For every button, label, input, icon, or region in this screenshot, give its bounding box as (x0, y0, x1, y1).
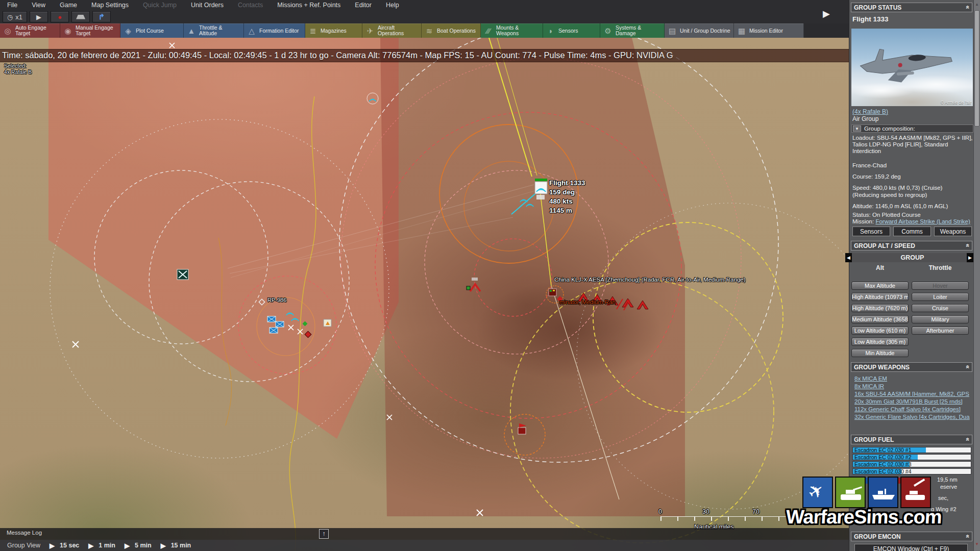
group-prev-arrow[interactable]: ◀ (845, 253, 852, 262)
unit-type-link[interactable]: (4x Rafale B) (852, 108, 888, 115)
menu-missions-ref-points[interactable]: Missions + Ref. Points (270, 1, 348, 10)
refpoint-label: RP-986 (267, 297, 286, 303)
collapse-chevron-icon[interactable]: « (965, 438, 972, 441)
group-selector-bar: GROUP (851, 253, 973, 262)
camera-view-button[interactable] (71, 11, 90, 22)
weapons-panel-button[interactable]: Weapons (934, 227, 972, 236)
group-next-arrow[interactable]: ▶ (967, 253, 973, 262)
scale-tick-0: 0 (658, 508, 662, 515)
manual-engage-target-button[interactable]: ◉Manual Engage Target (60, 23, 120, 38)
dropdown-arrow-icon[interactable]: ▼ (853, 126, 861, 132)
weapon-link[interactable]: 20x 30mm Giat 30/M791B Burst [25 rnds] (854, 398, 963, 405)
mission-editor-button[interactable]: ▦Mission Editor (734, 23, 804, 38)
boat-operations-button[interactable]: ≋Boat Operations (422, 23, 481, 38)
unit-group-doctrine-button[interactable]: ▤Unit / Group Doctrine (665, 23, 734, 38)
collapse-chevron-icon[interactable]: « (965, 365, 972, 369)
max-altitude-button[interactable]: Max Altitude (851, 282, 909, 290)
emcon-window-button[interactable]: EMCON Window (Ctrl + F9) (854, 544, 968, 551)
min-altitude-button[interactable]: Min Altitude (851, 349, 909, 357)
up-arrow-icon: ↑ (323, 530, 326, 537)
sensors-panel-button[interactable]: Sensors (852, 227, 890, 236)
sensors-icon: ◗ (546, 28, 555, 34)
gear-icon: ⚙ (603, 28, 612, 34)
systems-damage-button[interactable]: ⚙Systems & Damage (600, 23, 665, 38)
aircraft-operations-button[interactable]: ✈Aircraft Operations (362, 23, 422, 38)
low-altitude-305-button[interactable]: Low Altitude (305 m) (851, 338, 909, 346)
weapon-link[interactable]: 8x MICA EM (854, 375, 887, 382)
collapse-chevron-icon[interactable]: « (965, 535, 972, 538)
record-button[interactable]: ● (51, 11, 69, 22)
formation-editor-button[interactable]: △Formation Editor (244, 23, 305, 38)
weapon-link[interactable]: 112x Generic Chaff Salvo [4x Cartridges] (854, 406, 961, 412)
collapse-chevron-icon[interactable]: « (965, 244, 972, 247)
military-throttle-button[interactable]: Military (912, 315, 969, 323)
app-window: File View Game Map Settings Quick Jump U… (0, 0, 980, 551)
menu-map-settings[interactable]: Map Settings (84, 1, 136, 10)
high-altitude-10973-button[interactable]: High Altitude (10973 m (851, 293, 909, 301)
play-button[interactable]: ▶ (30, 11, 48, 22)
sidebar-expand-arrow[interactable]: ▶ (823, 8, 830, 19)
step-5min-icon[interactable]: ▶ (125, 542, 130, 549)
fuel-row[interactable]: Escadron EC 02.030 #3 (852, 461, 971, 467)
fuel-row[interactable]: Escadron EC 02.030 #2 (852, 454, 971, 460)
low-altitude-610-button[interactable]: Low Altitude (610 m) (851, 327, 909, 335)
map-canvas[interactable] (0, 38, 849, 551)
side-label: France-Chad (852, 162, 887, 168)
mounts-weapons-button[interactable]: ∕∕∕Mounts & Weapons (481, 23, 543, 38)
plot-course-button[interactable]: ◈Plot Course (120, 23, 184, 38)
time-compression-button[interactable]: ◷ x1 (3, 11, 27, 22)
scrollbar-thumb[interactable] (974, 10, 979, 127)
collapse-chevron-icon[interactable]: « (965, 6, 972, 9)
comms-panel-button[interactable]: Comms (893, 227, 931, 236)
menu-unit-orders[interactable]: Unit Orders (184, 1, 231, 10)
menu-view[interactable]: View (24, 1, 53, 10)
loiter-throttle-button[interactable]: Loiter (912, 293, 969, 301)
group-alt-speed-header[interactable]: « GROUP ALT / SPEED (851, 241, 972, 251)
alt-column-label: Alt (851, 264, 909, 271)
step-15sec-icon[interactable]: ▶ (50, 542, 55, 549)
unit-friendly-installation[interactable] (177, 269, 188, 280)
auto-engage-target-button[interactable]: ◎Auto Engage Target (0, 23, 60, 38)
auto-engage-icon: ◎ (3, 28, 12, 34)
menu-editor[interactable]: Editor (348, 1, 379, 10)
message-log-label: Message Log (7, 530, 42, 536)
weapon-link[interactable]: 8x MICA IR (854, 383, 884, 389)
speed-label: Speed: 480,0 kts (M 0,73) (Cruise) (852, 185, 942, 191)
main-toolbar: ◎Auto Engage Target ◉Manual Engage Targe… (0, 23, 849, 38)
magazines-button[interactable]: ≣Magazines (305, 23, 362, 38)
map-viewport[interactable]: Time: sábado, 20 de febrero de 2021 - Zu… (0, 38, 849, 551)
weapon-link[interactable]: 32x Generic Flare Salvo [4x Cartridges, … (854, 414, 970, 420)
group-fuel-header[interactable]: « GROUP FUEL (851, 435, 972, 444)
weapon-link[interactable]: 16x SBU-54 AASM/M [Hammer, Mk82, GPS (854, 391, 969, 397)
group-weapons-header[interactable]: « GROUP WEAPONS (851, 362, 972, 372)
step-1min-icon[interactable]: ▶ (88, 542, 93, 549)
group-composition-bar[interactable]: ▼ Group composition: (851, 124, 973, 133)
jump-button[interactable]: ↱ (92, 11, 111, 22)
expand-log-button[interactable]: ↑ (319, 529, 329, 539)
mission-link[interactable]: Forward Airbase Strike (Land Strike) (875, 218, 970, 224)
throttle-column-label: Throttle (912, 264, 969, 271)
menu-bar: File View Game Map Settings Quick Jump U… (0, 0, 849, 10)
step-15sec-label[interactable]: 15 sec (60, 542, 79, 549)
sidebar-scrollbar[interactable]: ▲ ▼ (973, 0, 980, 551)
step-15min-label[interactable]: 15 min (171, 542, 191, 549)
cruise-throttle-button[interactable]: Cruise (912, 304, 969, 312)
throttle-altitude-button[interactable]: ▲Throttle & Altitude (184, 23, 244, 38)
menu-game[interactable]: Game (53, 1, 84, 10)
group-status-header[interactable]: « GROUP STATUS (851, 3, 972, 12)
menu-help[interactable]: Help (379, 1, 406, 10)
medium-altitude-button[interactable]: Medium Altitude (3658 (851, 315, 909, 323)
menu-file[interactable]: File (0, 1, 24, 10)
course-label: Course: 159,2 deg (852, 173, 901, 180)
sensors-button[interactable]: ◗Sensors (543, 23, 600, 38)
step-15min-icon[interactable]: ▶ (161, 542, 166, 549)
step-5min-label[interactable]: 5 min (135, 542, 152, 549)
scroll-up-icon[interactable]: ▲ (975, 2, 979, 7)
sidebar-flight-title: Flight 1333 (852, 15, 889, 23)
high-altitude-7620-button[interactable]: High Altitude (7620 m) (851, 304, 909, 312)
fuel-row[interactable]: Escadron EC 02.030 #1 (852, 447, 971, 453)
step-1min-label[interactable]: 1 min (99, 542, 115, 549)
afterburner-throttle-button[interactable]: Afterburner (912, 327, 969, 335)
scroll-down-icon[interactable]: ▼ (975, 542, 979, 546)
flight-name: Flight 1333 (549, 179, 585, 188)
